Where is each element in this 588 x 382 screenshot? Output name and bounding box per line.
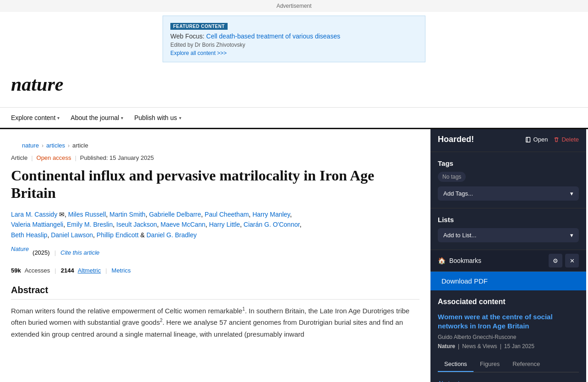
section-abstract[interactable]: Abstract <box>438 378 579 382</box>
tags-label: Tags <box>438 159 579 167</box>
delete-button[interactable]: Delete <box>553 136 579 143</box>
hoarded-row: Hoarded! Open Delete <box>438 135 579 144</box>
metrics-link[interactable]: Metrics <box>112 267 131 274</box>
author-smith[interactable]: Martin Smith <box>109 211 146 218</box>
close-panel-button[interactable]: ✕ <box>565 254 579 267</box>
svg-rect-0 <box>526 137 530 142</box>
article-meta: Article | Open access | Published: 15 Ja… <box>11 154 419 161</box>
nature-logo[interactable]: nature <box>11 73 577 95</box>
author-mattiangeli[interactable]: Valeria Mattiangeli <box>11 221 63 228</box>
author-oconnor[interactable]: Ciarán G. O'Connor <box>244 221 300 228</box>
explore-chevron-icon: ▾ <box>57 115 60 120</box>
altmetric-count: 2144 <box>61 267 74 274</box>
section-links: Abstract Main Matrilocality in Durotrigi… <box>438 378 579 382</box>
nature-header: nature <box>0 66 588 108</box>
meta-separator-1: | <box>31 154 33 161</box>
ad-bar: Advertisement <box>0 0 588 12</box>
tab-sections[interactable]: Sections <box>438 357 474 372</box>
altmetric-label[interactable]: Altmetric <box>78 267 101 274</box>
author-cheetham[interactable]: Paul Cheetham <box>205 211 249 218</box>
main-layout: nature › articles › article Article | Op… <box>0 129 588 382</box>
featured-title-link-text[interactable]: Cell death-based treatment of various di… <box>206 33 340 40</box>
author-mccann[interactable]: Maeve McCann <box>161 221 206 228</box>
download-pdf-button[interactable]: Download PDF <box>430 272 586 290</box>
add-list-chevron-icon: ▾ <box>570 232 573 239</box>
author-jackson[interactable]: Iseult Jackson <box>116 221 157 228</box>
breadcrumb-articles[interactable]: articles <box>46 142 65 149</box>
lists-label: Lists <box>438 216 579 224</box>
no-tags-badge: No tags <box>438 172 466 182</box>
panel-actions: Open Delete <box>525 136 579 143</box>
author-bradley[interactable]: Daniel G. Bradley <box>147 231 197 239</box>
featured-label: FEATURED CONTENT <box>170 23 228 30</box>
associated-article-author: Guido Alberto Gnecchi-Ruscone <box>438 334 579 340</box>
meta-separator-2: | <box>75 154 76 161</box>
breadcrumb-sep-1: › <box>42 142 44 149</box>
author-breslin[interactable]: Emily M. Breslin <box>67 221 113 228</box>
author-cassidy[interactable]: Lara M. Cassidy <box>11 211 57 218</box>
author-little[interactable]: Harry Little <box>209 221 240 228</box>
settings-button[interactable]: ⚙ <box>549 254 562 267</box>
open-button[interactable]: Open <box>525 136 548 143</box>
publish-chevron-icon: ▾ <box>179 115 181 120</box>
author-delbarre[interactable]: Gabrielle Delbarre <box>149 211 201 218</box>
abstract-heading: Abstract <box>11 285 419 300</box>
article-type: Article <box>11 154 27 161</box>
nav-publish-with-us[interactable]: Publish with us ▾ <box>134 108 188 128</box>
author-endicott[interactable]: Phillip Endicott <box>97 231 139 239</box>
accesses-label: Accesses <box>25 267 50 274</box>
accesses-count: 59k <box>11 267 21 274</box>
associated-type: News & Views <box>462 343 497 349</box>
breadcrumb-sep-2: › <box>68 142 70 149</box>
featured-banner: FEATURED CONTENT Web Focus: Cell death-b… <box>163 16 425 62</box>
article-content: nature › articles › article Article | Op… <box>0 129 430 382</box>
open-icon <box>525 136 532 143</box>
abstract-text: Roman writers found the relative empower… <box>11 305 419 340</box>
article-info: Nature (2025) | Cite this article <box>11 246 419 260</box>
associated-article-meta: Nature | News & Views | 15 Jan 2025 <box>438 343 579 349</box>
nav-about-journal[interactable]: About the journal ▾ <box>71 108 131 128</box>
nav-explore-content[interactable]: Explore content ▾ <box>11 108 67 128</box>
open-access-badge[interactable]: Open access <box>37 154 71 161</box>
trash-icon <box>553 136 560 143</box>
tab-reference[interactable]: Reference <box>506 357 546 372</box>
author-russell[interactable]: Miles Russell <box>68 211 106 218</box>
author-heaslip[interactable]: Beth Heaslip <box>11 231 47 239</box>
associated-date: 15 Jan 2025 <box>504 343 534 349</box>
nav-bar: Explore content ▾ About the journal ▾ Pu… <box>0 108 588 129</box>
add-to-list-button[interactable]: Add to List... ▾ <box>438 228 579 242</box>
about-chevron-icon: ▾ <box>121 115 123 120</box>
bar-actions: ⚙ ✕ <box>549 254 579 267</box>
bookmarks-label: 🏠 Bookmarks <box>438 257 481 264</box>
tags-section: Tags No tags Add Tags... ▾ <box>430 152 586 208</box>
home-icon: 🏠 <box>438 257 446 264</box>
breadcrumb-nature[interactable]: nature <box>22 142 39 149</box>
tabs-bar: Sections Figures Reference <box>438 357 579 372</box>
authors-list: Lara M. Cassidy ✉, Miles Russell, Martin… <box>11 209 419 240</box>
associated-content: Associated content Women were at the cen… <box>430 290 586 382</box>
breadcrumb-article: article <box>72 142 88 149</box>
featured-title-prefix: Web Focus: <box>170 33 204 40</box>
bookmarks-bar: 🏠 Bookmarks ⚙ ✕ <box>430 250 586 272</box>
add-tags-button[interactable]: Add Tags... ▾ <box>438 186 579 201</box>
tab-figures[interactable]: Figures <box>474 357 506 372</box>
associated-article-title[interactable]: Women were at the centre of social netwo… <box>438 312 579 330</box>
author-manley[interactable]: Harry Manley <box>252 211 290 218</box>
close-icon: ✕ <box>570 257 575 264</box>
published-date: Published: 15 January 2025 <box>80 154 154 161</box>
metrics-row: 59k Accesses | 2144 Altmetric | Metrics <box>11 267 419 274</box>
gear-icon: ⚙ <box>553 257 558 264</box>
featured-explore[interactable]: Explore all content >>> <box>170 50 418 56</box>
cite-this-article-link[interactable]: Cite this article <box>60 249 99 256</box>
info-pipe: | <box>54 249 56 256</box>
associated-journal: Nature <box>438 343 455 349</box>
associated-content-title: Associated content <box>438 298 579 306</box>
journal-link[interactable]: Nature <box>11 246 29 252</box>
featured-title: Web Focus: Cell death-based treatment of… <box>170 33 418 40</box>
article-title: Continental influx and pervasive matrilo… <box>11 167 419 202</box>
author-lawson[interactable]: Daniel Lawson <box>51 231 93 239</box>
add-tags-chevron-icon: ▾ <box>570 190 573 197</box>
panel-top: Hoarded! Open Delete <box>430 129 586 152</box>
abstract-section: Abstract Roman writers found the relativ… <box>11 285 419 340</box>
lists-section: Lists Add to List... ▾ <box>430 208 586 250</box>
